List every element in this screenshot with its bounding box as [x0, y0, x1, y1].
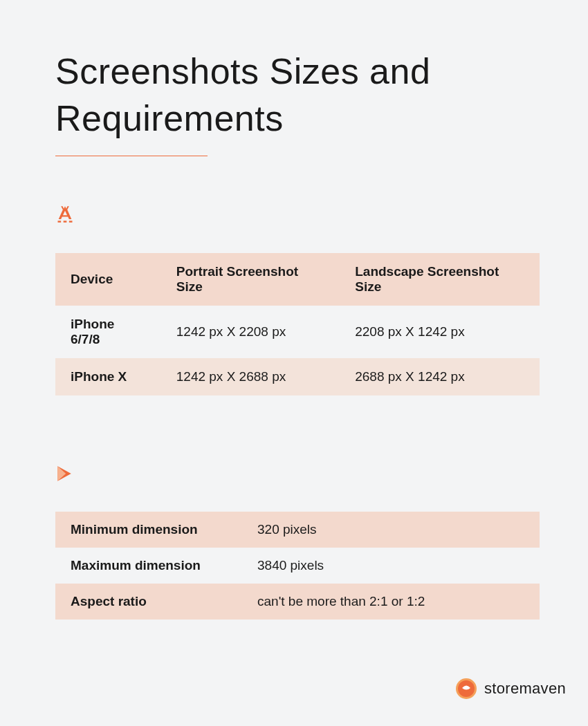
- table-row: iPhone X 1242 px X 2688 px 2688 px X 124…: [55, 358, 540, 395]
- storemaven-icon: [455, 678, 477, 700]
- spec-value: can't be more than 2:1 or 1:2: [242, 584, 540, 620]
- spec-key: Minimum dimension: [55, 512, 242, 548]
- table-row: Aspect ratio can't be more than 2:1 or 1…: [55, 584, 540, 620]
- spec-key: Aspect ratio: [55, 584, 242, 620]
- play-store-icon: [55, 465, 533, 485]
- brand-name: storemaven: [484, 680, 566, 698]
- cell-device: iPhone 6/7/8: [55, 306, 161, 358]
- cell-portrait: 1242 px X 2208 px: [161, 306, 340, 358]
- table-row: iPhone 6/7/8 1242 px X 2208 px 2208 px X…: [55, 306, 540, 358]
- table-row: Minimum dimension 320 pixels: [55, 512, 540, 548]
- cell-landscape: 2208 px X 1242 px: [340, 306, 540, 358]
- cell-device: iPhone X: [55, 358, 161, 395]
- col-device: Device: [55, 253, 161, 306]
- cell-portrait: 1242 px X 2688 px: [161, 358, 340, 395]
- title-underline: [55, 156, 208, 156]
- page-title: Screenshots Sizes and Requirements: [55, 48, 533, 142]
- appstore-table: Device Portrait Screenshot Size Landscap…: [55, 253, 540, 395]
- app-store-icon: [55, 205, 533, 227]
- cell-landscape: 2688 px X 1242 px: [340, 358, 540, 395]
- spec-value: 3840 pixels: [242, 548, 540, 584]
- playstore-table: Minimum dimension 320 pixels Maximum dim…: [55, 512, 540, 620]
- col-landscape: Landscape Screenshot Size: [340, 253, 540, 306]
- col-portrait: Portrait Screenshot Size: [161, 253, 340, 306]
- table-row: Maximum dimension 3840 pixels: [55, 548, 540, 584]
- spec-value: 320 pixels: [242, 512, 540, 548]
- table-header-row: Device Portrait Screenshot Size Landscap…: [55, 253, 540, 306]
- spec-key: Maximum dimension: [55, 548, 242, 584]
- brand-logo: storemaven: [455, 678, 566, 700]
